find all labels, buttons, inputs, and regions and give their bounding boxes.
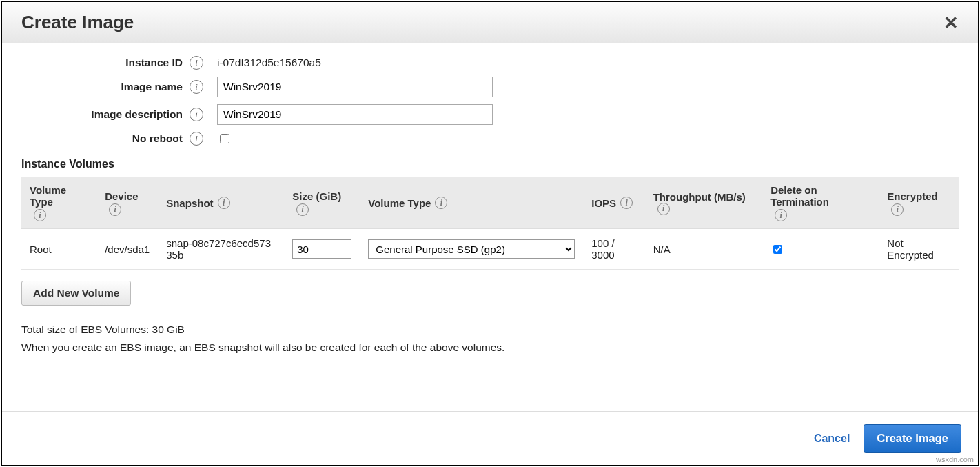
dialog-footer: Cancel Create Image <box>2 411 978 465</box>
info-icon[interactable]: i <box>34 209 46 221</box>
no-reboot-checkbox[interactable] <box>220 134 229 143</box>
row-image-description: Image description i <box>21 104 959 125</box>
info-icon[interactable]: i <box>775 209 787 221</box>
info-icon[interactable]: i <box>891 203 904 216</box>
watermark: wsxdn.com <box>936 455 974 464</box>
delete-on-termination-checkbox[interactable] <box>773 245 782 254</box>
dialog-header: Create Image ✕ <box>2 2 978 43</box>
volumes-header-row: Volume Typei Devicei Snapshoti Size (GiB… <box>21 177 959 229</box>
cell-snapshot: snap-08c727c6ecd57335b <box>158 229 284 270</box>
info-icon[interactable]: i <box>218 197 230 209</box>
col-device: Devicei <box>96 177 158 229</box>
col-volume-type-2: Volume Typei <box>360 177 583 229</box>
dialog-title: Create Image <box>21 12 134 33</box>
info-icon[interactable]: i <box>620 197 633 209</box>
col-encrypted: Encryptedi <box>879 177 959 229</box>
label-instance-id: Instance ID <box>21 57 187 69</box>
create-image-dialog: Create Image ✕ Instance ID i i-07df312d5… <box>1 1 979 466</box>
note-total-size: Total size of EBS Volumes: 30 GiB <box>21 321 959 339</box>
row-no-reboot: No reboot i <box>21 132 959 146</box>
info-icon[interactable]: i <box>190 56 203 70</box>
col-size: Size (GiB)i <box>284 177 360 229</box>
table-row: Root /dev/sda1 snap-08c727c6ecd57335b Ge… <box>21 229 959 270</box>
volume-type-select[interactable]: General Purpose SSD (gp2) <box>368 239 575 259</box>
volumes-table: Volume Typei Devicei Snapshoti Size (GiB… <box>21 177 959 270</box>
info-icon[interactable]: i <box>109 203 121 216</box>
cell-volume-type: Root <box>21 229 96 270</box>
image-description-input[interactable] <box>217 104 493 125</box>
info-icon[interactable]: i <box>435 197 447 209</box>
cell-size <box>284 229 360 270</box>
row-image-name: Image name i <box>21 77 959 97</box>
col-delete-on-termination: Delete on Terminationi <box>762 177 879 229</box>
col-iops: IOPSi <box>583 177 644 229</box>
info-icon[interactable]: i <box>190 132 203 146</box>
label-no-reboot: No reboot <box>21 132 187 145</box>
dialog-body: Instance ID i i-07df312d5e15670a5 Image … <box>2 43 978 411</box>
info-icon[interactable]: i <box>296 203 309 216</box>
info-icon[interactable]: i <box>657 203 670 215</box>
cell-iops: 100 / 3000 <box>583 229 644 270</box>
size-input[interactable] <box>292 239 351 259</box>
label-image-description: Image description <box>21 108 187 121</box>
cell-encrypted: Not Encrypted <box>879 229 959 270</box>
section-title-volumes: Instance Volumes <box>21 158 959 170</box>
col-snapshot: Snapshoti <box>158 177 284 229</box>
col-throughput: Throughput (MB/s)i <box>645 177 763 229</box>
col-volume-type: Volume Typei <box>21 177 96 229</box>
cancel-button[interactable]: Cancel <box>814 433 850 445</box>
cell-volume-type-2: General Purpose SSD (gp2) <box>360 229 583 270</box>
cell-throughput: N/A <box>645 229 763 270</box>
image-name-input[interactable] <box>217 77 493 97</box>
info-icon[interactable]: i <box>190 108 203 121</box>
value-instance-id: i-07df312d5e15670a5 <box>217 57 321 69</box>
label-image-name: Image name <box>21 81 187 93</box>
cell-device: /dev/sda1 <box>96 229 158 270</box>
add-new-volume-button[interactable]: Add New Volume <box>21 281 131 306</box>
close-icon[interactable]: ✕ <box>938 14 964 32</box>
notes: Total size of EBS Volumes: 30 GiB When y… <box>21 321 959 357</box>
note-snapshot-info: When you create an EBS image, an EBS sna… <box>21 339 959 357</box>
row-instance-id: Instance ID i i-07df312d5e15670a5 <box>21 56 959 70</box>
cell-delete-on-termination <box>762 229 879 270</box>
create-image-button[interactable]: Create Image <box>864 424 961 453</box>
info-icon[interactable]: i <box>190 80 203 94</box>
